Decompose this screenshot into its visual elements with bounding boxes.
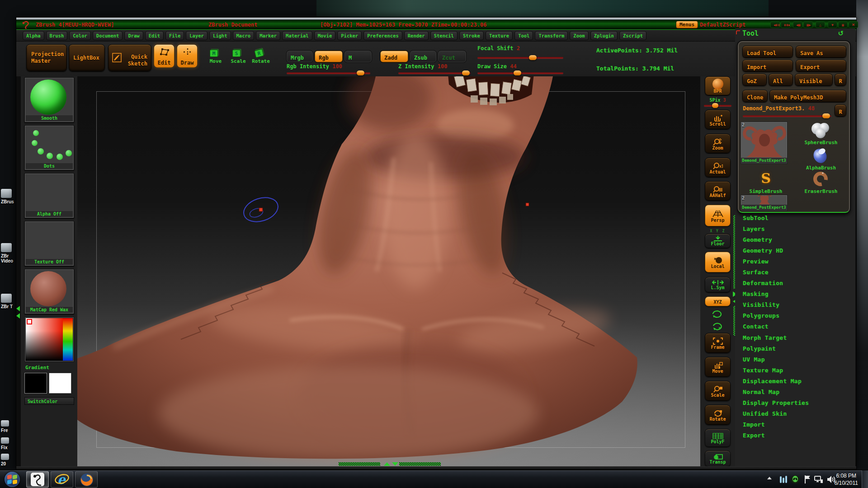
menu-render[interactable]: Render xyxy=(404,31,429,40)
goz-visible-button[interactable]: Visible xyxy=(795,74,833,86)
menu-preferences[interactable]: Preferences xyxy=(363,31,402,40)
zsub-button[interactable]: Zsub xyxy=(410,51,436,62)
section-uv-map[interactable]: UV Map xyxy=(735,356,855,367)
menu-zscript[interactable]: Zscript xyxy=(619,31,646,40)
action-center-flag-icon[interactable] xyxy=(803,474,812,484)
menu-macro[interactable]: Macro xyxy=(233,31,255,40)
menu-stencil[interactable]: Stencil xyxy=(430,31,458,40)
canvas-hscroll-left[interactable] xyxy=(339,462,380,466)
menu-movie[interactable]: Movie xyxy=(314,31,336,40)
section-texture-map[interactable]: Texture Map xyxy=(735,367,855,378)
spix-slider[interactable] xyxy=(704,105,731,107)
refresh-icon[interactable]: ↺ xyxy=(838,29,844,38)
move-button[interactable]: M Move xyxy=(206,45,226,70)
rgb-button[interactable]: Rgb xyxy=(315,51,343,62)
section-unified-skin[interactable]: Unified Skin xyxy=(735,410,855,421)
desktop-icon[interactable]: Fix xyxy=(1,437,16,450)
projection-master-button[interactable]: Projection Master xyxy=(26,44,67,71)
z-intensity-slider[interactable] xyxy=(398,72,471,74)
export-button[interactable]: Export xyxy=(796,60,846,72)
color-picker-marker[interactable] xyxy=(27,319,32,324)
xyz-button[interactable]: XYZ xyxy=(705,296,731,306)
menu-texture[interactable]: Texture xyxy=(486,31,513,40)
actual-size-button[interactable]: x1 Actual xyxy=(705,158,731,177)
section-display-properties[interactable]: Display Properties xyxy=(735,399,855,410)
scale-3d-button[interactable]: Scale xyxy=(705,381,731,401)
persp-button[interactable]: Persp xyxy=(705,205,731,226)
tool-item-alphabrush[interactable]: AlphaBrush xyxy=(795,147,847,170)
palette-hook-icon[interactable] xyxy=(736,30,740,34)
switch-color-button[interactable]: SwitchColor xyxy=(24,397,74,405)
menu-draw[interactable]: Draw xyxy=(124,31,143,40)
main-color-swatch[interactable] xyxy=(24,373,47,394)
scroll-down-icon[interactable] xyxy=(392,462,398,466)
transparency-button[interactable]: Transp xyxy=(705,450,731,467)
section-normal-map[interactable]: Normal Map xyxy=(735,389,855,399)
save-as-button[interactable]: Save As xyxy=(796,46,846,58)
section-import[interactable]: Import xyxy=(735,421,855,432)
section-subtool[interactable]: SubTool xyxy=(735,215,855,225)
cascade-right-button[interactable]: ▣▶ xyxy=(803,21,813,28)
menu-zplugin[interactable]: Zplugin xyxy=(590,31,618,40)
document-canvas[interactable] xyxy=(77,76,700,467)
title-bar[interactable]: ZBrush 4[MEUU-HRQD-WVEW] ZBrush Document… xyxy=(16,20,856,30)
active-tool-handle[interactable] xyxy=(822,113,830,118)
zadd-button[interactable]: Zadd xyxy=(380,51,408,62)
color-picker[interactable] xyxy=(24,317,74,362)
tool-item-simplebrush[interactable]: S SimpleBrush xyxy=(741,170,791,194)
section-preview[interactable]: Preview xyxy=(735,258,855,269)
menus-button[interactable]: Menus xyxy=(676,21,698,28)
scale-button[interactable]: S Scale xyxy=(228,45,248,70)
section-geometry-hd[interactable]: Geometry HD xyxy=(735,247,855,258)
close-button[interactable]: × xyxy=(849,21,858,28)
scroll-canvas-button[interactable]: Scroll xyxy=(705,110,731,129)
canvas-hscroll-right[interactable] xyxy=(399,462,441,466)
z-intensity-handle[interactable] xyxy=(462,70,470,75)
secondary-color-swatch[interactable] xyxy=(49,373,71,394)
goz-r-button[interactable]: R xyxy=(835,74,846,86)
color-picker-hue[interactable] xyxy=(63,318,73,361)
load-tool-button[interactable]: Load Tool xyxy=(742,46,793,58)
cascade-left-button[interactable]: ◀▣ xyxy=(793,21,802,28)
menu-tool[interactable]: Tool xyxy=(514,31,533,40)
menu-light[interactable]: Light xyxy=(209,31,231,40)
tray-collapse-icon[interactable] xyxy=(16,313,20,319)
quick-sketch-button[interactable]: Quick Sketch xyxy=(108,44,151,71)
active-tool-name[interactable]: Demond_PostExport3. 48 xyxy=(743,105,815,112)
current-brush-selector[interactable]: Smooth xyxy=(24,77,74,122)
goz-button[interactable]: GoZ xyxy=(742,74,767,86)
desktop-icon[interactable]: Fre xyxy=(1,420,16,433)
taskbar-firefox-button[interactable] xyxy=(75,471,98,488)
section-geometry[interactable]: Geometry xyxy=(735,236,855,247)
make-polymesh3d-button[interactable]: Make PolyMesh3D xyxy=(769,90,846,102)
aahalf-button[interactable]: AAHalf xyxy=(705,181,731,201)
m-button[interactable]: M xyxy=(344,51,372,62)
local-button[interactable]: Local xyxy=(705,252,731,272)
rotate-3d-button[interactable]: Rotate xyxy=(705,405,731,425)
polyframe-button[interactable]: PolyF xyxy=(705,429,731,447)
menu-alpha[interactable]: Alpha xyxy=(23,31,44,40)
floor-axis-label[interactable]: X Y Z xyxy=(700,229,735,233)
menu-layer[interactable]: Layer xyxy=(186,31,208,40)
edit-button[interactable]: Edit xyxy=(154,44,175,68)
rotate-button[interactable]: R Rotate xyxy=(251,45,271,70)
floor-button[interactable]: Floor xyxy=(705,234,731,248)
bpr-button[interactable]: BPR xyxy=(705,76,731,95)
menu-document[interactable]: Document xyxy=(93,31,123,40)
desktop-icon[interactable]: 20 xyxy=(1,454,16,466)
draw-size-handle[interactable] xyxy=(514,70,521,75)
tool-item-eraserbrush[interactable]: EraserBrush xyxy=(795,170,847,194)
network-icon[interactable] xyxy=(814,474,823,484)
restore-button[interactable]: ▣ xyxy=(838,21,848,28)
menu-zoom[interactable]: Zoom xyxy=(570,31,588,40)
menu-file[interactable]: File xyxy=(165,31,184,40)
menu-edit[interactable]: Edit xyxy=(145,31,164,40)
gradient-label[interactable]: Gradient xyxy=(25,365,49,371)
scroll-right-button[interactable]: ▮▮▶ xyxy=(781,21,790,28)
zcut-button[interactable]: Zcut xyxy=(438,51,466,62)
current-stroke-selector[interactable]: Dots xyxy=(24,125,74,170)
current-alpha-selector[interactable]: Alpha Off xyxy=(24,173,74,218)
lsym-button[interactable]: L.Sym xyxy=(705,277,731,292)
alienware-icon[interactable] xyxy=(790,474,799,484)
section-displacement-map[interactable]: Displacement Map xyxy=(735,378,855,389)
